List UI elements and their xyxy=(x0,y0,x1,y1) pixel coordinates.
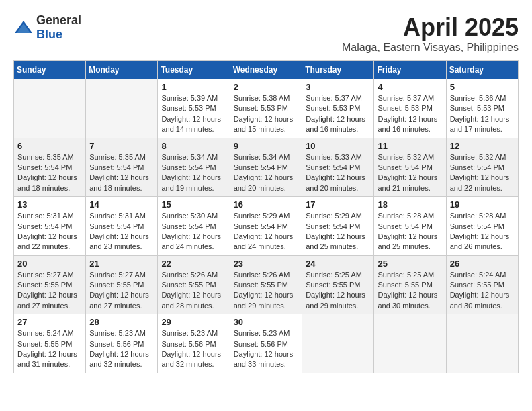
calendar-header-row: SundayMondayTuesdayWednesdayThursdayFrid… xyxy=(14,61,519,79)
weekday-header: Thursday xyxy=(302,61,374,79)
calendar-week-row: 6Sunrise: 5:35 AMSunset: 5:54 PMDaylight… xyxy=(14,138,519,197)
weekday-header: Sunday xyxy=(14,61,86,79)
calendar-cell: 13Sunrise: 5:31 AMSunset: 5:54 PMDayligh… xyxy=(14,197,86,256)
day-info: Sunrise: 5:29 AMSunset: 5:54 PMDaylight:… xyxy=(306,211,370,253)
day-info: Sunrise: 5:34 AMSunset: 5:54 PMDaylight:… xyxy=(234,152,299,194)
calendar-cell: 21Sunrise: 5:27 AMSunset: 5:55 PMDayligh… xyxy=(86,255,158,314)
day-info: Sunrise: 5:28 AMSunset: 5:54 PMDaylight:… xyxy=(450,211,515,253)
day-number: 29 xyxy=(161,317,226,327)
day-info: Sunrise: 5:30 AMSunset: 5:54 PMDaylight:… xyxy=(161,211,226,253)
day-number: 30 xyxy=(234,317,299,327)
day-info: Sunrise: 5:23 AMSunset: 5:56 PMDaylight:… xyxy=(89,328,154,370)
calendar-cell: 19Sunrise: 5:28 AMSunset: 5:54 PMDayligh… xyxy=(446,197,518,256)
day-number: 19 xyxy=(450,199,515,210)
calendar-cell: 29Sunrise: 5:23 AMSunset: 5:56 PMDayligh… xyxy=(158,314,230,373)
weekday-header: Wednesday xyxy=(230,61,302,79)
day-info: Sunrise: 5:31 AMSunset: 5:54 PMDaylight:… xyxy=(89,211,154,253)
day-number: 11 xyxy=(378,141,442,151)
day-info: Sunrise: 5:35 AMSunset: 5:54 PMDaylight:… xyxy=(89,152,154,194)
calendar-week-row: 13Sunrise: 5:31 AMSunset: 5:54 PMDayligh… xyxy=(14,197,519,256)
calendar-cell: 12Sunrise: 5:32 AMSunset: 5:54 PMDayligh… xyxy=(446,138,518,197)
calendar-cell: 23Sunrise: 5:26 AMSunset: 5:55 PMDayligh… xyxy=(230,255,302,314)
day-info: Sunrise: 5:29 AMSunset: 5:54 PMDaylight:… xyxy=(234,211,299,253)
calendar-cell xyxy=(302,314,374,373)
day-number: 1 xyxy=(161,82,226,92)
weekday-header: Monday xyxy=(86,61,158,79)
title-block: April 2025 Malaga, Eastern Visayas, Phil… xyxy=(342,13,519,54)
logo: General Blue xyxy=(13,13,81,42)
day-info: Sunrise: 5:24 AMSunset: 5:55 PMDaylight:… xyxy=(450,270,515,312)
calendar-week-row: 20Sunrise: 5:27 AMSunset: 5:55 PMDayligh… xyxy=(14,255,519,314)
day-number: 12 xyxy=(450,141,515,151)
calendar-cell: 5Sunrise: 5:36 AMSunset: 5:53 PMDaylight… xyxy=(446,79,518,138)
day-number: 16 xyxy=(234,199,299,210)
day-info: Sunrise: 5:37 AMSunset: 5:53 PMDaylight:… xyxy=(306,93,370,135)
day-number: 23 xyxy=(234,259,299,269)
day-info: Sunrise: 5:34 AMSunset: 5:54 PMDaylight:… xyxy=(161,152,226,194)
calendar-week-row: 27Sunrise: 5:24 AMSunset: 5:55 PMDayligh… xyxy=(14,314,519,373)
day-number: 13 xyxy=(17,199,82,210)
page-header: General Blue April 2025 Malaga, Eastern … xyxy=(13,13,519,54)
calendar-cell: 8Sunrise: 5:34 AMSunset: 5:54 PMDaylight… xyxy=(158,138,230,197)
logo-text-blue: Blue xyxy=(36,28,62,41)
day-number: 26 xyxy=(450,259,515,269)
calendar-cell: 6Sunrise: 5:35 AMSunset: 5:54 PMDaylight… xyxy=(14,138,86,197)
day-info: Sunrise: 5:26 AMSunset: 5:55 PMDaylight:… xyxy=(234,270,299,312)
calendar-cell xyxy=(374,314,446,373)
day-info: Sunrise: 5:26 AMSunset: 5:55 PMDaylight:… xyxy=(161,270,226,312)
day-info: Sunrise: 5:37 AMSunset: 5:53 PMDaylight:… xyxy=(378,93,442,135)
calendar-cell xyxy=(446,314,518,373)
location-title: Malaga, Eastern Visayas, Philippines xyxy=(342,42,519,54)
weekday-header: Tuesday xyxy=(158,61,230,79)
day-number: 18 xyxy=(378,199,442,210)
calendar-cell: 4Sunrise: 5:37 AMSunset: 5:53 PMDaylight… xyxy=(374,79,446,138)
calendar-cell: 24Sunrise: 5:25 AMSunset: 5:55 PMDayligh… xyxy=(302,255,374,314)
calendar-cell: 14Sunrise: 5:31 AMSunset: 5:54 PMDayligh… xyxy=(86,197,158,256)
day-number: 5 xyxy=(450,82,515,92)
day-info: Sunrise: 5:25 AMSunset: 5:55 PMDaylight:… xyxy=(306,270,370,312)
calendar-cell: 7Sunrise: 5:35 AMSunset: 5:54 PMDaylight… xyxy=(86,138,158,197)
day-number: 6 xyxy=(17,141,82,151)
day-info: Sunrise: 5:28 AMSunset: 5:54 PMDaylight:… xyxy=(378,211,442,253)
calendar-cell: 3Sunrise: 5:37 AMSunset: 5:53 PMDaylight… xyxy=(302,79,374,138)
weekday-header: Saturday xyxy=(446,61,518,79)
calendar-cell: 27Sunrise: 5:24 AMSunset: 5:55 PMDayligh… xyxy=(14,314,86,373)
calendar-cell: 30Sunrise: 5:23 AMSunset: 5:56 PMDayligh… xyxy=(230,314,302,373)
calendar-cell: 2Sunrise: 5:38 AMSunset: 5:53 PMDaylight… xyxy=(230,79,302,138)
logo-icon xyxy=(13,19,34,36)
calendar-cell: 16Sunrise: 5:29 AMSunset: 5:54 PMDayligh… xyxy=(230,197,302,256)
day-number: 17 xyxy=(306,199,370,210)
weekday-header: Friday xyxy=(374,61,446,79)
day-number: 25 xyxy=(378,259,442,269)
day-info: Sunrise: 5:23 AMSunset: 5:56 PMDaylight:… xyxy=(234,328,299,370)
calendar-cell: 22Sunrise: 5:26 AMSunset: 5:55 PMDayligh… xyxy=(158,255,230,314)
calendar-cell xyxy=(14,79,86,138)
day-number: 14 xyxy=(89,199,154,210)
day-info: Sunrise: 5:31 AMSunset: 5:54 PMDaylight:… xyxy=(17,211,82,253)
day-info: Sunrise: 5:27 AMSunset: 5:55 PMDaylight:… xyxy=(89,270,154,312)
day-number: 15 xyxy=(161,199,226,210)
day-number: 20 xyxy=(17,259,82,269)
calendar-cell: 15Sunrise: 5:30 AMSunset: 5:54 PMDayligh… xyxy=(158,197,230,256)
day-info: Sunrise: 5:23 AMSunset: 5:56 PMDaylight:… xyxy=(161,328,226,370)
day-info: Sunrise: 5:33 AMSunset: 5:54 PMDaylight:… xyxy=(306,152,370,194)
logo-text-general: General xyxy=(36,13,81,27)
day-info: Sunrise: 5:25 AMSunset: 5:55 PMDaylight:… xyxy=(378,270,442,312)
day-number: 7 xyxy=(89,141,154,151)
month-title: April 2025 xyxy=(342,13,519,42)
day-number: 22 xyxy=(161,259,226,269)
day-info: Sunrise: 5:36 AMSunset: 5:53 PMDaylight:… xyxy=(450,93,515,135)
day-number: 24 xyxy=(306,259,370,269)
day-number: 10 xyxy=(306,141,370,151)
day-number: 3 xyxy=(306,82,370,92)
day-info: Sunrise: 5:32 AMSunset: 5:54 PMDaylight:… xyxy=(378,152,442,194)
calendar-week-row: 1Sunrise: 5:39 AMSunset: 5:53 PMDaylight… xyxy=(14,79,519,138)
calendar-cell: 25Sunrise: 5:25 AMSunset: 5:55 PMDayligh… xyxy=(374,255,446,314)
calendar-cell: 26Sunrise: 5:24 AMSunset: 5:55 PMDayligh… xyxy=(446,255,518,314)
calendar-cell: 20Sunrise: 5:27 AMSunset: 5:55 PMDayligh… xyxy=(14,255,86,314)
day-info: Sunrise: 5:24 AMSunset: 5:55 PMDaylight:… xyxy=(17,328,82,370)
day-number: 2 xyxy=(234,82,299,92)
day-number: 21 xyxy=(89,259,154,269)
day-number: 4 xyxy=(378,82,442,92)
calendar-cell: 9Sunrise: 5:34 AMSunset: 5:54 PMDaylight… xyxy=(230,138,302,197)
